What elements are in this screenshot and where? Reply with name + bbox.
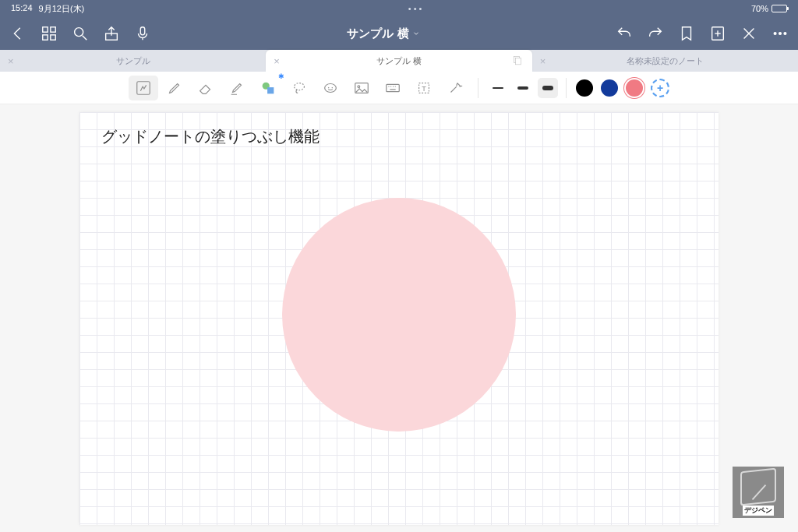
lasso-tool[interactable] [284, 76, 314, 100]
stroke-thin[interactable] [488, 78, 508, 98]
svg-rect-26 [387, 84, 400, 91]
laser-tool[interactable] [440, 76, 470, 100]
back-button[interactable] [9, 25, 26, 42]
svg-rect-18 [515, 58, 521, 65]
bookmark-button[interactable] [678, 25, 695, 42]
tab-close-icon[interactable]: × [274, 55, 280, 67]
tab-strip: × サンプル × サンプル 横 × 名称未設定のノート [0, 50, 798, 72]
svg-point-16 [784, 33, 786, 35]
tablet-icon [740, 467, 776, 506]
canvas-area: グッドノートの塗りつぶし機能 [0, 104, 798, 532]
more-button[interactable] [772, 25, 789, 42]
battery-icon [772, 5, 787, 12]
sticker-tool[interactable] [316, 76, 345, 100]
svg-rect-4 [51, 35, 55, 40]
undo-button[interactable] [616, 25, 633, 42]
color-blue[interactable] [601, 79, 618, 97]
svg-line-6 [83, 36, 87, 41]
filled-circle-shape [282, 198, 516, 432]
add-color-button[interactable]: + [651, 79, 669, 97]
tab-close-icon[interactable]: × [8, 55, 14, 67]
highlighter-tool[interactable] [222, 76, 252, 100]
stroke-thick[interactable] [538, 78, 558, 98]
svg-point-23 [325, 83, 337, 92]
grid-view-button[interactable] [41, 25, 58, 42]
tab-label: サンプル [116, 55, 150, 67]
status-bar: 15:24 9月12日(木) ••• 70% [0, 0, 798, 17]
color-pink[interactable] [626, 79, 643, 97]
page-text: グッドノートの塗りつぶし機能 [101, 126, 320, 147]
note-page[interactable]: グッドノートの塗りつぶし機能 [79, 112, 719, 525]
close-button[interactable] [740, 25, 757, 42]
svg-point-14 [774, 33, 776, 35]
shape-tool[interactable]: ✱ [253, 76, 283, 100]
bluetooth-indicator-icon: ✱ [278, 72, 284, 80]
tab-sample-landscape[interactable]: × サンプル 横 [266, 50, 531, 72]
share-button[interactable] [103, 25, 120, 42]
status-time: 15:24 [11, 3, 33, 15]
tab-sample[interactable]: × サンプル [0, 50, 266, 72]
svg-rect-21 [267, 87, 274, 93]
battery-pct: 70% [751, 4, 768, 13]
pen-tool[interactable] [160, 76, 189, 100]
zoom-tool[interactable] [129, 76, 158, 100]
watermark-logo: デジペン [733, 467, 784, 518]
svg-text:T: T [422, 84, 426, 92]
svg-point-15 [779, 33, 782, 35]
document-title[interactable]: サンプル 横 [151, 26, 616, 41]
status-date: 9月12日(木) [39, 3, 85, 15]
nav-bar: サンプル 横 [0, 17, 798, 50]
svg-point-22 [295, 83, 305, 90]
svg-rect-8 [140, 27, 145, 35]
watermark-label: デジペン [743, 506, 774, 516]
text-tool[interactable]: T [409, 76, 439, 100]
add-page-button[interactable] [709, 25, 726, 42]
chevron-down-icon [412, 30, 420, 37]
tab-close-icon[interactable]: × [540, 55, 546, 67]
tab-label: 名称未設定のノート [627, 55, 704, 67]
eraser-tool[interactable] [191, 76, 221, 100]
multitask-dots[interactable]: ••• [84, 4, 748, 13]
redo-button[interactable] [647, 25, 664, 42]
color-black[interactable] [576, 79, 593, 97]
svg-point-25 [358, 85, 360, 87]
svg-rect-2 [51, 27, 55, 32]
svg-point-5 [75, 28, 83, 37]
duplicate-tab-icon[interactable] [512, 55, 523, 67]
keyboard-tool[interactable] [378, 76, 408, 100]
tab-label: サンプル 横 [376, 55, 422, 67]
mic-button[interactable] [134, 25, 151, 42]
toolbar-divider [566, 78, 567, 98]
tab-untitled[interactable]: × 名称未設定のノート [532, 50, 798, 72]
tool-bar: ✱ T + [0, 72, 798, 104]
svg-rect-1 [43, 27, 48, 32]
search-button[interactable] [72, 25, 89, 42]
stroke-medium[interactable] [513, 78, 533, 98]
toolbar-divider [478, 78, 478, 98]
image-tool[interactable] [347, 76, 376, 100]
svg-rect-3 [43, 35, 48, 40]
